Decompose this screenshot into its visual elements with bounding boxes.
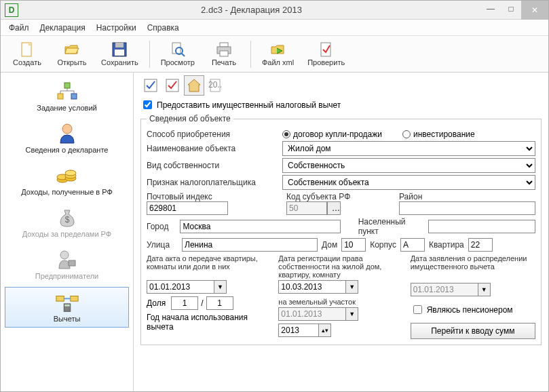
object-name-label: Наименование объекта [147, 144, 278, 153]
taxpayer-sign-select[interactable]: Собственник объекта [282, 175, 535, 190]
svg-rect-29 [70, 296, 77, 302]
menu-help[interactable]: Справка [145, 22, 182, 34]
person-icon [55, 123, 79, 144]
svg-rect-12 [64, 83, 70, 88]
window-title: 2.dc3 - Декларация 2013 [22, 5, 480, 15]
date-act-input[interactable] [147, 280, 214, 294]
toolbar-xml-button[interactable]: Файл xml [257, 38, 299, 71]
date-app-label: Дата заявления о распределении имуществе… [411, 254, 535, 280]
sidebar-item-conditions[interactable]: Задание условий [5, 77, 129, 116]
acquisition-sale-radio[interactable]: договор купли-продажи [282, 130, 382, 139]
folder-open-icon [64, 41, 80, 58]
date-land-label: на земельный участок [278, 298, 403, 307]
acquisition-invest-label: инвестирование [413, 130, 475, 139]
toolbar-create-button[interactable]: Создать [6, 38, 48, 71]
sidebar-item-declarant[interactable]: Сведения о декларанте [5, 119, 129, 158]
svg-text:20..: 20.. [208, 80, 222, 90]
date-reg-dropdown-icon[interactable]: ▼ [346, 280, 358, 294]
magnifier-doc-icon [170, 41, 186, 58]
date-app-dropdown-icon[interactable]: ▼ [478, 283, 491, 296]
house-label: Дом [322, 240, 337, 250]
year-start-spinner-icon[interactable]: ▴▾ [319, 324, 331, 337]
toolbar-open-button[interactable]: Открыть [51, 38, 93, 71]
year-start-input[interactable] [278, 324, 319, 337]
minimize-button[interactable]: — [480, 1, 501, 17]
flat-label: Квартира [429, 240, 464, 250]
svg-rect-27 [69, 260, 75, 266]
printer-icon [216, 41, 232, 58]
district-input[interactable] [399, 201, 535, 215]
postal-label: Почтовый индекс [147, 192, 282, 201]
close-button[interactable]: ✕ [521, 1, 548, 20]
sidebar-income-rf-label: Доходы, полученные в РФ [21, 188, 113, 196]
building-label: Корпус [370, 240, 396, 250]
toolbar-create-label: Создать [13, 58, 41, 66]
menubar: Файл Декларация Настройки Справка [1, 20, 548, 36]
house-input[interactable] [341, 238, 366, 252]
provide-deduction-label: Предоставить имущественный налоговый выч… [157, 100, 341, 110]
toolbar-save-label: Сохранить [101, 58, 138, 66]
subtb-property-icon[interactable] [184, 75, 204, 96]
menu-declaration[interactable]: Декларация [37, 22, 88, 34]
toolbar-check-label: Проверить [307, 58, 345, 66]
toolbar-check-button[interactable]: Проверить [302, 38, 350, 71]
sidebar-deductions-label: Вычеты [54, 315, 81, 323]
entrepreneur-icon [55, 249, 79, 271]
sidebar-item-entrepreneurs[interactable]: Предприниматели [5, 245, 129, 284]
main-panel: 20.. Предоставить имущественный налоговы… [134, 73, 548, 391]
acquisition-invest-radio[interactable]: инвестирование [402, 130, 475, 139]
date-land-dropdown-icon[interactable]: ▼ [346, 307, 358, 321]
object-name-select[interactable]: Жилой дом [282, 141, 535, 156]
toolbar-preview-button[interactable]: Просмотр [155, 38, 200, 71]
subtb-losses-icon[interactable]: 20.. [206, 75, 226, 96]
date-land-input [278, 307, 346, 321]
app-window: D 2.dc3 - Декларация 2013 — □ ✕ Файл Дек… [0, 0, 549, 392]
date-act-dropdown-icon[interactable]: ▼ [214, 280, 227, 294]
date-reg-field: ▼ [278, 280, 403, 294]
svg-point-24 [65, 170, 76, 176]
toolbar-sep-2 [250, 41, 251, 68]
menu-settings[interactable]: Настройки [94, 22, 139, 34]
toolbar-print-label: Печать [212, 58, 236, 66]
postal-input[interactable] [147, 201, 228, 215]
settlement-input[interactable] [428, 220, 535, 233]
share-group: / [171, 296, 233, 310]
subtb-standard-icon[interactable] [140, 75, 161, 96]
ownership-type-select[interactable]: Собственность [282, 158, 535, 173]
object-info-legend: Сведения об объекте [147, 114, 233, 123]
share-den-input[interactable] [206, 296, 233, 310]
street-input[interactable] [182, 238, 318, 252]
goto-sums-button[interactable]: Перейти к вводу сумм [411, 323, 535, 339]
svg-rect-11 [321, 43, 330, 56]
date-reg-input[interactable] [278, 280, 346, 294]
svg-line-7 [182, 54, 185, 56]
subtb-social-icon[interactable] [162, 75, 183, 96]
maximize-button[interactable]: □ [501, 1, 521, 17]
menu-file[interactable]: Файл [6, 22, 32, 34]
money-bag-icon: $ [55, 207, 79, 229]
svg-point-26 [60, 251, 69, 259]
region-code-lookup-button[interactable]: … [327, 201, 341, 215]
pensioner-checkbox[interactable] [413, 305, 422, 314]
date-app-field: ▼ [411, 283, 535, 296]
toolbar-save-button[interactable]: Сохранить [96, 38, 144, 71]
date-act-label: Дата акта о передаче квартиры, комнаты и… [147, 254, 271, 280]
new-doc-icon [19, 41, 35, 58]
date-reg-label: Дата регистрации права собственности на … [278, 254, 403, 280]
toolbar-print-button[interactable]: Печать [203, 38, 245, 71]
sidebar-item-income-rf[interactable]: Доходы, полученные в РФ [5, 161, 129, 200]
window-buttons: — □ ✕ [480, 1, 548, 20]
toolbar-sep-1 [149, 41, 150, 68]
year-start-label: Год начала использования вычета [147, 313, 271, 332]
district-label: Район [399, 192, 535, 201]
flat-input[interactable] [468, 238, 493, 252]
svg-rect-8 [220, 43, 228, 47]
sidebar-item-income-abroad[interactable]: $ Доходы за пределами РФ [5, 203, 129, 242]
sidebar-item-deductions[interactable]: Вычеты [5, 287, 129, 328]
city-input[interactable] [180, 220, 340, 233]
share-num-input[interactable] [171, 296, 198, 310]
date-app-input [411, 283, 478, 296]
building-input[interactable] [400, 238, 425, 252]
provide-deduction-checkbox[interactable] [143, 100, 152, 109]
hierarchy-icon [55, 81, 79, 102]
